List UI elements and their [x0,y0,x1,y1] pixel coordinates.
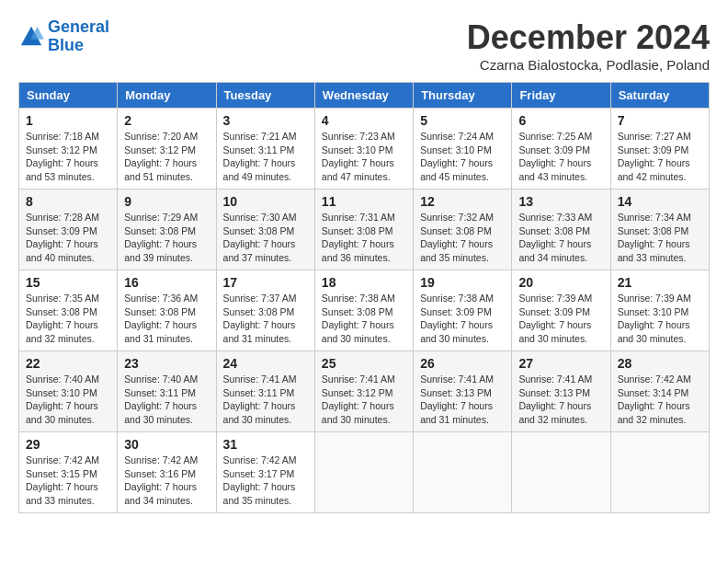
day-info: Sunrise: 7:41 AMSunset: 3:13 PMDaylight:… [518,373,603,427]
calendar-cell: 23Sunrise: 7:40 AMSunset: 3:11 PMDayligh… [118,351,216,432]
calendar-cell: 26Sunrise: 7:41 AMSunset: 3:13 PMDayligh… [414,351,512,432]
day-info: Sunrise: 7:40 AMSunset: 3:10 PMDaylight:… [26,373,110,427]
calendar-table: SundayMondayTuesdayWednesdayThursdayFrid… [18,82,710,513]
day-number: 19 [420,275,505,290]
calendar-week-row: 22Sunrise: 7:40 AMSunset: 3:10 PMDayligh… [19,351,710,432]
calendar-cell: 27Sunrise: 7:41 AMSunset: 3:13 PMDayligh… [512,351,610,432]
day-info: Sunrise: 7:39 AMSunset: 3:09 PMDaylight:… [518,292,603,346]
logo-icon [18,24,44,50]
calendar-cell: 13Sunrise: 7:33 AMSunset: 3:08 PMDayligh… [512,190,610,270]
day-number: 13 [518,194,603,209]
day-number: 23 [124,356,209,371]
day-info: Sunrise: 7:31 AMSunset: 3:08 PMDaylight:… [322,211,406,265]
calendar-cell: 30Sunrise: 7:42 AMSunset: 3:16 PMDayligh… [118,432,216,513]
page-header: General Blue December 2024 Czarna Bialos… [18,18,710,73]
calendar-cell: 28Sunrise: 7:42 AMSunset: 3:14 PMDayligh… [610,351,709,432]
day-number: 30 [124,437,209,452]
calendar-cell: 24Sunrise: 7:41 AMSunset: 3:11 PMDayligh… [216,351,314,432]
day-number: 15 [26,275,110,290]
day-info: Sunrise: 7:34 AMSunset: 3:08 PMDaylight:… [618,211,702,265]
calendar-cell: 31Sunrise: 7:42 AMSunset: 3:17 PMDayligh… [216,432,314,513]
day-info: Sunrise: 7:21 AMSunset: 3:11 PMDaylight:… [223,130,308,184]
calendar-cell: 21Sunrise: 7:39 AMSunset: 3:10 PMDayligh… [610,270,709,351]
day-number: 26 [420,356,505,371]
day-number: 17 [223,275,308,290]
calendar-week-row: 29Sunrise: 7:42 AMSunset: 3:15 PMDayligh… [19,432,710,513]
calendar-header-row: SundayMondayTuesdayWednesdayThursdayFrid… [19,83,710,109]
day-info: Sunrise: 7:25 AMSunset: 3:09 PMDaylight:… [518,130,603,184]
day-info: Sunrise: 7:27 AMSunset: 3:09 PMDaylight:… [618,130,702,184]
calendar-cell: 18Sunrise: 7:38 AMSunset: 3:08 PMDayligh… [314,270,413,351]
day-info: Sunrise: 7:24 AMSunset: 3:10 PMDaylight:… [420,130,505,184]
calendar-cell: 5Sunrise: 7:24 AMSunset: 3:10 PMDaylight… [414,109,512,190]
day-info: Sunrise: 7:41 AMSunset: 3:11 PMDaylight:… [223,373,308,427]
calendar-cell [414,432,512,513]
day-number: 9 [124,194,209,209]
day-info: Sunrise: 7:23 AMSunset: 3:10 PMDaylight:… [322,130,406,184]
calendar-cell: 6Sunrise: 7:25 AMSunset: 3:09 PMDaylight… [512,109,610,190]
weekday-header-tuesday: Tuesday [216,83,314,109]
day-number: 25 [322,356,406,371]
day-number: 22 [26,356,110,371]
day-number: 3 [223,113,308,128]
day-number: 10 [223,194,308,209]
day-info: Sunrise: 7:38 AMSunset: 3:08 PMDaylight:… [322,292,406,346]
weekday-header-sunday: Sunday [19,83,118,109]
calendar-cell [512,432,610,513]
calendar-cell: 7Sunrise: 7:27 AMSunset: 3:09 PMDaylight… [610,109,709,190]
day-number: 29 [26,437,110,452]
day-info: Sunrise: 7:32 AMSunset: 3:08 PMDaylight:… [420,211,505,265]
calendar-cell: 25Sunrise: 7:41 AMSunset: 3:12 PMDayligh… [314,351,413,432]
day-info: Sunrise: 7:37 AMSunset: 3:08 PMDaylight:… [223,292,308,346]
calendar-week-row: 1Sunrise: 7:18 AMSunset: 3:12 PMDaylight… [19,109,710,190]
calendar-cell: 15Sunrise: 7:35 AMSunset: 3:08 PMDayligh… [19,270,118,351]
calendar-cell: 1Sunrise: 7:18 AMSunset: 3:12 PMDaylight… [19,109,118,190]
location-title: Czarna Bialostocka, Podlasie, Poland [467,57,710,73]
day-info: Sunrise: 7:33 AMSunset: 3:08 PMDaylight:… [518,211,603,265]
weekday-header-monday: Monday [118,83,216,109]
calendar-cell: 16Sunrise: 7:36 AMSunset: 3:08 PMDayligh… [118,270,216,351]
day-info: Sunrise: 7:41 AMSunset: 3:12 PMDaylight:… [322,373,406,427]
day-number: 6 [518,113,603,128]
day-number: 7 [618,113,702,128]
weekday-header-saturday: Saturday [610,83,709,109]
day-info: Sunrise: 7:35 AMSunset: 3:08 PMDaylight:… [26,292,110,346]
day-number: 20 [518,275,603,290]
title-area: December 2024 Czarna Bialostocka, Podlas… [467,18,710,73]
day-number: 28 [618,356,702,371]
day-number: 8 [26,194,110,209]
calendar-week-row: 15Sunrise: 7:35 AMSunset: 3:08 PMDayligh… [19,270,710,351]
day-info: Sunrise: 7:40 AMSunset: 3:11 PMDaylight:… [124,373,209,427]
day-number: 16 [124,275,209,290]
day-info: Sunrise: 7:36 AMSunset: 3:08 PMDaylight:… [124,292,209,346]
day-info: Sunrise: 7:28 AMSunset: 3:09 PMDaylight:… [26,211,110,265]
day-info: Sunrise: 7:18 AMSunset: 3:12 PMDaylight:… [26,130,110,184]
calendar-cell: 10Sunrise: 7:30 AMSunset: 3:08 PMDayligh… [216,190,314,270]
calendar-week-row: 8Sunrise: 7:28 AMSunset: 3:09 PMDaylight… [19,190,710,270]
day-number: 5 [420,113,505,128]
day-number: 21 [618,275,702,290]
month-title: December 2024 [467,18,710,57]
calendar-cell: 4Sunrise: 7:23 AMSunset: 3:10 PMDaylight… [314,109,413,190]
calendar-cell [314,432,413,513]
logo: General Blue [18,18,109,55]
calendar-cell: 17Sunrise: 7:37 AMSunset: 3:08 PMDayligh… [216,270,314,351]
calendar-cell: 2Sunrise: 7:20 AMSunset: 3:12 PMDaylight… [118,109,216,190]
day-number: 27 [518,356,603,371]
day-info: Sunrise: 7:41 AMSunset: 3:13 PMDaylight:… [420,373,505,427]
day-info: Sunrise: 7:29 AMSunset: 3:08 PMDaylight:… [124,211,209,265]
logo-text: General Blue [48,18,109,55]
calendar-cell: 14Sunrise: 7:34 AMSunset: 3:08 PMDayligh… [610,190,709,270]
calendar-cell: 22Sunrise: 7:40 AMSunset: 3:10 PMDayligh… [19,351,118,432]
day-number: 1 [26,113,110,128]
day-number: 2 [124,113,209,128]
weekday-header-wednesday: Wednesday [314,83,413,109]
day-number: 4 [322,113,406,128]
day-number: 18 [322,275,406,290]
calendar-cell: 20Sunrise: 7:39 AMSunset: 3:09 PMDayligh… [512,270,610,351]
day-info: Sunrise: 7:42 AMSunset: 3:17 PMDaylight:… [223,454,308,508]
calendar-cell: 8Sunrise: 7:28 AMSunset: 3:09 PMDaylight… [19,190,118,270]
weekday-header-friday: Friday [512,83,610,109]
weekday-header-thursday: Thursday [414,83,512,109]
day-number: 31 [223,437,308,452]
